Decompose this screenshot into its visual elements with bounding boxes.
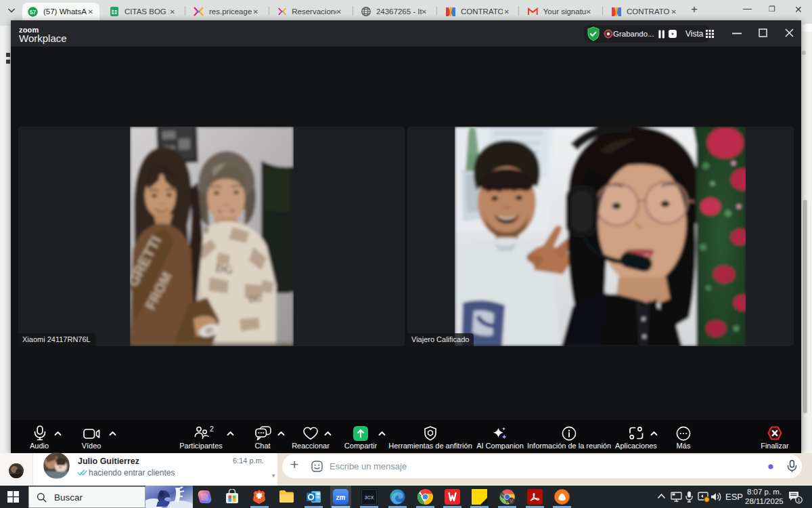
svg-text:DG: DG <box>248 293 263 305</box>
svg-text:DG: DG <box>215 261 233 276</box>
svg-text:57: 57 <box>30 9 37 15</box>
svg-text:3CX: 3CX <box>365 495 374 500</box>
svg-text:zm: zm <box>336 494 346 501</box>
svg-text:V: V <box>510 498 513 504</box>
svg-text:1: 1 <box>797 497 800 503</box>
